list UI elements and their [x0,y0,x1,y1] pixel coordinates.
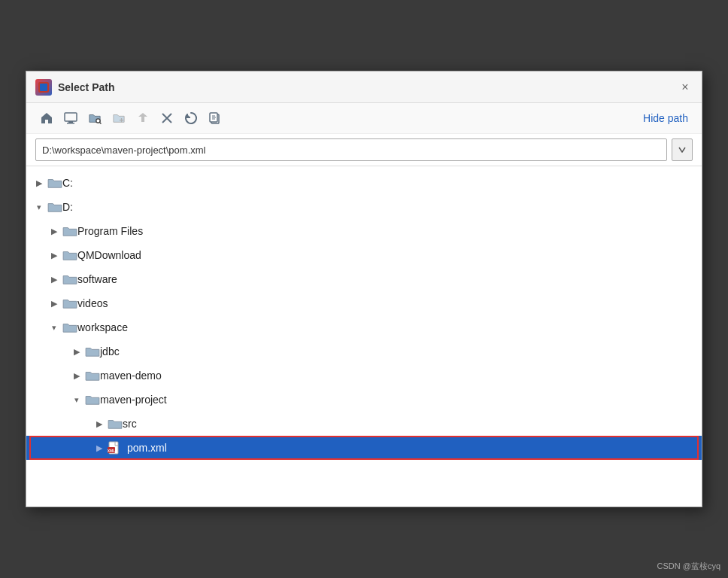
expand-toggle-jdbc[interactable]: ▶ [70,345,83,358]
svg-rect-3 [68,121,73,123]
tree-label-qmdownload: QMDownload [77,249,141,261]
folder-browse-button[interactable] [83,108,106,129]
svg-rect-2 [65,113,77,121]
folder-icon-videos [62,297,77,309]
path-dropdown-button[interactable] [672,138,693,161]
tree-item-src[interactable]: ▶ src [26,412,702,436]
home-button[interactable] [35,108,58,129]
new-folder-button[interactable] [108,108,130,129]
tree-label-videos: videos [77,297,108,309]
expand-toggle-d[interactable]: ▾ [32,200,46,214]
expand-toggle-c[interactable]: ▶ [32,176,46,190]
copy-path-button[interactable] [204,108,226,129]
title-bar-left: Select Path [35,79,114,96]
file-tree: ▶ C: ▾ D: ▶ Program Files ▶ [26,166,702,507]
expand-toggle-pom-xml: ▶ [93,441,106,455]
expand-toggle-workspace[interactable]: ▾ [47,321,61,334]
tree-label-software: software [77,273,117,285]
folder-icon-d [47,201,62,213]
tree-item-d-drive[interactable]: ▾ D: [26,195,702,219]
tree-label-d: D: [62,201,73,213]
svg-text:XML: XML [108,449,115,453]
path-bar [26,134,702,166]
tree-item-program-files[interactable]: ▶ Program Files [26,219,702,243]
expand-toggle-software[interactable]: ▶ [47,272,61,286]
svg-point-5 [96,119,100,123]
app-icon [35,79,52,96]
tree-label-program-files: Program Files [77,225,143,237]
path-input[interactable] [35,138,667,161]
expand-toggle-program-files[interactable]: ▶ [47,224,61,238]
folder-icon-program-files [62,225,77,237]
selected-item-wrapper: ▶ XML pom.xml [26,436,702,460]
tree-label-maven-project: maven-project [100,394,167,406]
file-icon-pom-xml: XML [108,442,123,454]
tree-label-pom-xml: pom.xml [127,442,167,454]
tree-label-src: src [123,418,137,430]
watermark: CSDN @蓝桉cyq [657,561,720,572]
tree-label-c: C: [62,177,73,189]
tree-item-maven-demo[interactable]: ▶ maven-demo [26,364,702,388]
dialog-title: Select Path [58,81,114,93]
folder-icon-jdbc [85,345,100,357]
tree-item-maven-project[interactable]: ▾ maven-project [26,388,702,412]
tree-item-videos[interactable]: ▶ videos [26,291,702,315]
folder-icon-src [108,418,123,430]
tree-label-maven-demo: maven-demo [100,370,162,382]
select-path-dialog: Select Path × [26,71,702,507]
tree-item-c-drive[interactable]: ▶ C: [26,171,702,195]
tree-item-workspace[interactable]: ▾ workspace [26,315,702,339]
desktop-button[interactable] [59,108,82,129]
tree-item-software[interactable]: ▶ software [26,267,702,291]
folder-icon-maven-demo [85,370,100,382]
tree-item-jdbc[interactable]: ▶ jdbc [26,339,702,364]
expand-toggle-qmdownload[interactable]: ▶ [47,248,61,262]
tree-item-pom-xml[interactable]: ▶ XML pom.xml [26,436,702,460]
expand-toggle-maven-project[interactable]: ▾ [70,393,83,406]
refresh-button[interactable] [180,108,202,129]
title-bar: Select Path × [26,71,702,103]
close-button[interactable]: × [678,80,693,95]
tree-label-workspace: workspace [77,321,128,333]
expand-toggle-videos[interactable]: ▶ [47,297,61,310]
hide-path-button[interactable]: Hide path [639,109,693,127]
up-button[interactable] [132,108,154,129]
folder-icon-maven-project [85,394,100,406]
tree-label-jdbc: jdbc [100,345,120,357]
folder-icon-software [62,273,77,285]
folder-icon-workspace [62,321,77,333]
folder-icon-c [47,177,62,189]
folder-icon-qmdownload [62,249,77,261]
expand-toggle-maven-demo[interactable]: ▶ [70,369,83,382]
toolbar: Hide path [26,103,702,134]
tree-item-qmdownload[interactable]: ▶ QMDownload [26,243,702,267]
svg-rect-4 [67,123,74,124]
delete-button[interactable] [156,108,178,129]
svg-rect-1 [40,84,47,91]
expand-toggle-src[interactable]: ▶ [93,417,106,430]
svg-line-6 [100,123,102,124]
